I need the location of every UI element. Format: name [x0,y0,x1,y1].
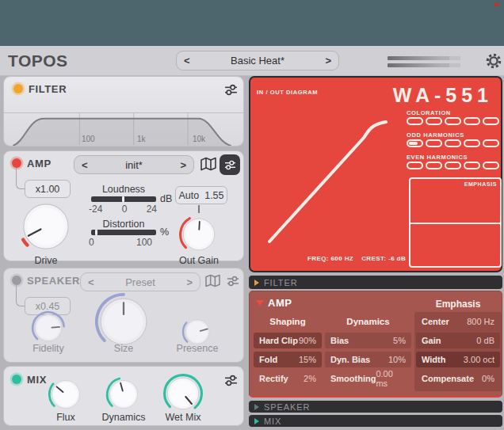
out-gain-tick [198,205,200,213]
plugin-header: TOPOS < Basic Heat* > [0,46,504,76]
alert-indicator [494,2,498,6]
mix-sliders-icon[interactable] [224,375,238,386]
speaker-preset-prev-button[interactable]: < [81,276,101,288]
global-preset-browser[interactable]: < Basic Heat* > [176,51,339,70]
amp-preset-name[interactable]: init* [95,159,174,171]
filter-module-card: FILTER 100 1k 10k [3,76,244,147]
filter-tick-10k: 10k [193,135,205,143]
host-titlebar [0,0,504,46]
param-smoothing[interactable]: Smoothing 0.00 ms [325,371,411,386]
amp-preset-prev-button[interactable]: < [74,159,95,171]
preset-name[interactable]: Basic Heat* [197,55,319,67]
shaping-header: Shaping [254,314,322,329]
transfer-curve [255,101,414,260]
speaker-expand-icon [254,404,259,410]
emphasis-header: Emphasis [414,296,502,312]
amp-preset-next-button[interactable]: > [173,159,193,171]
coloration-label: COLORATION [407,109,451,116]
flux-label: Flux [34,412,97,423]
wa551-display: IN / OUT DIAGRAM WA-551 COLORATION ODD H… [249,76,502,272]
odd-harmonics-label: ODD HARMONICS [407,131,464,139]
loudness-label: Loudness [84,184,163,195]
filter-expand-icon [254,280,259,286]
param-width[interactable]: Width 3.00 oct [416,352,500,367]
param-compensate[interactable]: Compensate 0% [416,371,500,386]
meter-right [388,63,460,67]
amp-collapse-icon[interactable] [256,300,264,306]
loudness-slider[interactable] [91,196,156,202]
distortion-handle[interactable] [95,230,97,235]
flux-knob[interactable] [48,376,84,413]
crest-readout: CREST: -6 dB [361,255,406,262]
mix-expand-icon [254,418,259,424]
freq-readout: FREQ: 600 HZ [307,255,353,262]
distortion-scale: 0 100 [89,237,152,248]
fidelity-knob[interactable] [31,310,66,345]
preset-next-button[interactable]: > [318,55,338,67]
param-hard-clip[interactable]: Hard Clip 90% [254,333,322,348]
wet-mix-label: Wet Mix [151,412,215,423]
amp-title: AMP [27,158,52,169]
amp-multiplier-connector [16,168,25,189]
fidelity-label: Fidelity [17,343,80,354]
tab-mix[interactable]: MIX [249,415,502,427]
speaker-preset-name[interactable]: Preset [101,276,180,288]
loudness-unit: dB [160,193,172,204]
filter-sliders-icon[interactable] [224,84,238,96]
distortion-slider[interactable] [91,230,156,235]
dynamics-header: Dynamics [325,314,411,329]
in-out-diagram-label: IN / OUT DIAGRAM [257,89,318,96]
param-rectify[interactable]: Rectify 2% [254,371,322,386]
emphasis-curve [410,223,500,224]
tab-speaker[interactable]: SPEAKER [249,401,502,413]
speaker-title: SPEAKER [27,275,80,287]
distortion-label: Distortion [84,219,163,230]
dynamics-knob[interactable] [105,376,142,413]
output-meters [388,56,460,70]
amp-module-card: AMP < init* > x1.00 [3,150,244,261]
param-bias[interactable]: Bias 5% [325,333,411,348]
speaker-preset-browser[interactable]: < Preset > [80,272,200,291]
speaker-multiplier-connector [16,285,25,306]
plugin-window: TOPOS < Basic Heat* > FILTER [0,0,504,430]
filter-tick-1k: 1k [137,135,146,143]
filter-power-led[interactable] [13,84,23,93]
speaker-preset-next-button[interactable]: > [179,276,200,288]
mix-title: MIX [27,374,47,386]
amp-multiplier[interactable]: x1.00 [25,180,71,198]
preset-prev-button[interactable]: < [177,55,197,67]
loudness-scale: -24 0 24 [89,204,157,215]
settings-gear-icon[interactable] [485,52,502,70]
emphasis-display-label: EMPHASIS [464,181,497,187]
brand-logo: TOPOS [8,51,68,70]
amp-power-led[interactable] [12,158,21,168]
amp-sliders-button[interactable] [220,154,240,175]
param-dyn-bias[interactable]: Dyn. Bias 10% [325,352,411,367]
meter-left [388,56,460,60]
distortion-unit: % [160,226,169,238]
auto-gain-box[interactable]: Auto 1.55 [175,186,227,204]
filter-tick-100: 100 [82,135,95,143]
param-fold[interactable]: Fold 15% [254,352,322,367]
emphasis-display: EMPHASIS [409,177,502,268]
display-readout: FREQ: 600 HZ CREST: -6 dB [307,255,406,262]
mix-module-card: MIX [3,366,244,426]
param-center[interactable]: Center 800 Hz [416,314,500,329]
amp-panel-title[interactable]: AMP [268,297,292,309]
presence-label: Presence [166,343,229,354]
wet-mix-knob[interactable] [162,373,204,414]
amp-map-icon[interactable] [200,157,216,171]
loudness-handle[interactable] [122,196,124,202]
tab-filter[interactable]: FILTER [249,276,502,289]
drive-knob[interactable] [17,197,75,256]
param-gain[interactable]: Gain 0 dB [416,333,500,348]
speaker-sliders-icon[interactable] [227,276,239,287]
speaker-map-icon[interactable] [205,274,220,287]
mix-power-led[interactable] [12,375,21,384]
speaker-power-led[interactable] [12,276,21,285]
out-gain-knob[interactable] [178,214,220,255]
out-gain-label: Out Gain [167,255,231,266]
even-harmonics-leds [407,162,499,169]
amp-preset-browser[interactable]: < init* > [74,155,194,174]
filter-curve-display[interactable]: 100 1k 10k [4,112,243,146]
